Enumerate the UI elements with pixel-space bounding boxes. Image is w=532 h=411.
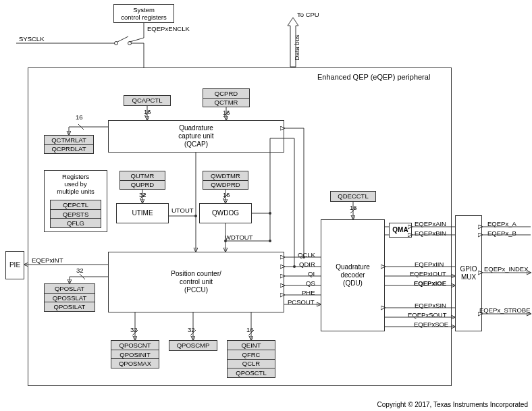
col1-stack: QPOSCNT QPOSINIT QPOSMAX: [111, 340, 159, 368]
eqepx-strobe-label: EQEPx_STROBE: [479, 306, 531, 314]
wdtout-label: WDTOUT: [225, 234, 253, 241]
multi-stack: QEPCTL QEPSTS QFLG: [50, 200, 101, 228]
qclr-reg: QCLR: [228, 360, 275, 369]
ioe-label: EQEPxIOE: [414, 279, 446, 287]
qwdtmr-reg: QWDTMR: [203, 171, 248, 181]
qfrc-reg: QFRC: [228, 350, 275, 360]
qepctl-reg: QEPCTL: [51, 200, 101, 210]
qwdog-block: QWDOG: [199, 203, 252, 223]
qdir-label: QDIR: [299, 261, 315, 268]
qposmax-reg: QPOSMAX: [111, 359, 159, 368]
svg-point-2: [115, 42, 118, 45]
svg-point-3: [128, 42, 132, 45]
pcsout-label: PCSOUT: [288, 298, 315, 306]
qdecctl-reg: QDECCTL: [330, 191, 376, 202]
pie-label: PIE: [9, 261, 20, 269]
svg-line-4: [117, 36, 128, 42]
iin-label: EQEPxIIN: [415, 261, 444, 268]
qposctl-reg: QPOSCTL: [228, 368, 275, 377]
qs-label: QS: [306, 279, 315, 287]
qcapctl-width: 16: [144, 108, 151, 115]
utime-width: 32: [139, 191, 147, 198]
col2-width: 32: [188, 326, 195, 333]
qwdprd-reg: QWDPRD: [203, 181, 248, 190]
sys-ctrl-box: System control registers: [113, 4, 174, 23]
qutmr-stack: QUTMR QUPRD: [119, 171, 165, 190]
to-cpu-label: To CPU: [297, 11, 319, 18]
qcprdlat-reg: QCPRDLAT: [45, 145, 93, 154]
qi-label: QI: [308, 270, 315, 277]
qposlat-stack: QPOSLAT QPOSSLAT QPOSILAT: [44, 283, 95, 312]
qctmr-reg: QCTMR: [203, 99, 249, 107]
qctmr-width: 16: [223, 109, 230, 116]
sout-label: EQEPxSOUT: [408, 311, 447, 319]
ain-label: EQEPxAIN: [415, 220, 446, 227]
quprd-reg: QUPRD: [120, 181, 165, 190]
qcapctl-reg: QCAPCTL: [124, 95, 171, 106]
qclk-label: QCLK: [298, 251, 315, 258]
qma-block: QMA: [389, 223, 412, 238]
qcap-block: Quadrature capture unit (QCAP): [108, 120, 284, 153]
utime-block: UTIME: [116, 203, 169, 223]
copyright-text: Copyright © 2017, Texas Instruments Inco…: [377, 401, 528, 408]
qutmr-reg: QUTMR: [120, 171, 165, 181]
bin-label: EQEPxBIN: [415, 229, 446, 237]
peripheral-title: Enhanced QEP (eQEP) peripheral: [317, 73, 430, 81]
phe-label: PHE: [302, 289, 315, 296]
qposlat-reg: QPOSLAT: [45, 284, 95, 294]
utout-label: UTOUT: [171, 207, 194, 214]
col3-width: 16: [246, 326, 254, 333]
soe-label: EQEPxSOE: [414, 321, 448, 328]
sin-label: EQEPxSIN: [415, 302, 446, 309]
qeint-reg: QEINT: [228, 341, 275, 350]
qposinit-reg: QPOSINIT: [111, 350, 159, 360]
qposilat-reg: QPOSILAT: [45, 302, 95, 311]
qepsts-reg: QEPSTS: [51, 210, 101, 219]
qcprd-qctmr-stack: QCPRD QCTMR: [203, 88, 250, 107]
qcap-left-width: 16: [76, 113, 83, 121]
qposcnt-reg: QPOSCNT: [111, 341, 159, 350]
qctmrlat-reg: QCTMRLAT: [45, 136, 93, 145]
eqepxint-label: EQEPxINT: [32, 256, 63, 264]
pccu-int-width: 32: [76, 267, 84, 274]
pccu-block: Position counter/ control unit (PCCU): [108, 252, 284, 312]
col3-stack: QEINT QFRC QCLR QPOSCTL: [227, 340, 275, 378]
col1-width: 32: [130, 326, 138, 333]
qposslat-reg: QPOSSLAT: [45, 294, 95, 303]
gpio-mux-block: GPIO MUX: [455, 215, 482, 331]
qwdog-width: 16: [223, 191, 230, 198]
sysclk-label: SYSCLK: [19, 35, 45, 43]
qflg-reg: QFLG: [51, 219, 101, 227]
qcprd-reg: QCPRD: [203, 89, 249, 99]
enclk-label: EQEPxENCLK: [147, 25, 190, 32]
qposcmp-reg: QPOSCMP: [169, 340, 217, 351]
qctmrlat-stack: QCTMRLAT QCPRDLAT: [44, 135, 94, 154]
eqepx-a-label: EQEPx_A: [487, 220, 516, 227]
qdecctl-width: 16: [350, 204, 357, 211]
data-bus-label: Data bus: [293, 34, 300, 60]
iout-label: EQEPxIOUT: [410, 270, 446, 277]
eqepx-b-label: EQEPx_B: [487, 229, 516, 237]
qdu-block: Quadrature decoder (QDU): [321, 219, 385, 331]
qwdtmr-stack: QWDTMR QWDPRD: [203, 171, 248, 190]
pie-box: PIE: [5, 251, 24, 279]
multi-title: Registers used by multiple units: [53, 173, 99, 195]
eqepx-index-label: EQEPx_INDEX: [484, 265, 528, 273]
